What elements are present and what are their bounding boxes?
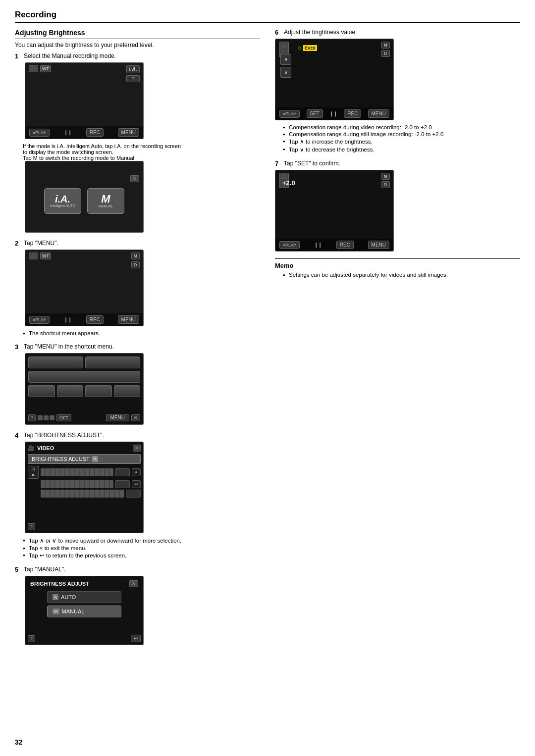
sc-dot-3 xyxy=(50,415,54,420)
menu-right-icon-back: ↩ xyxy=(132,480,141,488)
bval-down-arrow[interactable]: ∨ xyxy=(280,67,291,78)
brightness-adjust-row[interactable]: BRIGHTNESS ADJUST A xyxy=(28,454,141,464)
step-2-bullet-1: The shortcut menu appears. xyxy=(23,330,260,336)
sc-btn-4[interactable] xyxy=(114,385,141,397)
step-5: 5 Tap "MANUAL". BRIGHTNESS ADJUST ✕ A AU… xyxy=(15,566,260,645)
sc-close-btn[interactable]: ✕ xyxy=(131,414,140,421)
sc-off-btn[interactable]: OFF xyxy=(56,414,71,421)
step-4-bullet-3: Tap ↩ to return to the previous screen. xyxy=(23,552,260,559)
rec-separator-1: ❙❙ xyxy=(64,130,72,135)
left-column: Adjusting Brightness You can adjust the … xyxy=(15,29,260,652)
auto-option[interactable]: A AUTO xyxy=(47,591,121,603)
sc-btn-1[interactable] xyxy=(28,385,55,397)
bval-rec-btn[interactable]: REC xyxy=(344,109,361,118)
menu-help-btn[interactable]: ? xyxy=(28,523,35,530)
step-1: 1 Select the Manual recording mode. 🎥 WT… xyxy=(15,52,260,233)
sc-row-2 xyxy=(28,371,140,383)
menu-button-2[interactable]: MENU xyxy=(118,315,139,324)
bval-controls: ∧ ∨ xyxy=(280,54,291,78)
sc-indicators xyxy=(38,415,54,420)
ia-icon: i.A. xyxy=(126,65,140,73)
bval-d-icon: D xyxy=(381,50,390,57)
rval-play-btn[interactable]: «PLAY xyxy=(279,241,300,249)
ia-sub-label: Intelligent AUTO xyxy=(50,204,75,207)
bval-play-btn[interactable]: «PLAY xyxy=(279,110,300,118)
brightness-label: BRIGHTNESS ADJUST xyxy=(32,456,90,462)
ia-mode-button[interactable]: i.A. Intelligent AUTO xyxy=(44,188,81,214)
cam-top-2: 🎥 WT xyxy=(25,250,143,260)
menu-item-bar-2 xyxy=(41,480,113,488)
step-6-bullet-4: Tap ∨ to decrease the brightness. xyxy=(283,146,520,153)
sc-dot-2 xyxy=(44,415,49,420)
memo-bullets: Settings can be adjusted separately for … xyxy=(283,272,520,278)
brightness-value-screen: 🎥 M D ∧ ∨ ◇ EV±0 «PLAY SET ❙❙ xyxy=(275,39,394,120)
menu-close-button[interactable]: ✕ xyxy=(133,445,141,452)
step-5-text: Tap "MANUAL". xyxy=(24,566,66,573)
step-4-text: Tap "BRIGHTNESS ADJUST". xyxy=(24,432,104,439)
menu-left-icon-1: #/■ xyxy=(28,466,39,479)
step-4-number: 4 xyxy=(15,432,22,439)
rec-button-2[interactable]: REC xyxy=(86,315,104,324)
wt-icon-1: WT xyxy=(40,65,51,72)
bright-close-btn[interactable]: ✕ xyxy=(129,580,138,587)
bval-menu-btn[interactable]: MENU xyxy=(368,109,389,118)
sc-btn-wide-2[interactable] xyxy=(85,356,140,368)
sc-btn-full[interactable] xyxy=(28,371,140,383)
menu-screen: 🎥 VIDEO ✕ BRIGHTNESS ADJUST A #/■ ✦ xyxy=(25,442,144,533)
d-icon-2: D xyxy=(131,261,140,268)
rval-m-icon: M xyxy=(381,173,390,180)
bval-bottom: «PLAY SET ❙❙ REC MENU xyxy=(275,107,393,120)
menu-right-icon-star: ✦ xyxy=(132,468,141,476)
step-4: 4 Tap "BRIGHTNESS ADJUST". 🎥 VIDEO ✕ BRI… xyxy=(15,432,260,559)
bval-diamond: ◇ EV±0 xyxy=(298,45,317,50)
sc-help-btn[interactable]: ? xyxy=(28,414,36,421)
cam-right-icons-2: M D xyxy=(131,252,140,268)
video-camera-icon: 🎥 xyxy=(28,445,35,452)
manual-icon: M xyxy=(53,608,59,614)
bval-up-arrow[interactable]: ∧ xyxy=(280,54,291,65)
manual-option[interactable]: M MANUAL xyxy=(47,605,121,617)
rval-bottom: «PLAY ❙❙ REC MENU xyxy=(275,239,393,251)
step-3-number: 3 xyxy=(15,343,22,351)
mode-close-x[interactable]: ✕ xyxy=(130,175,139,182)
page-header: Recording xyxy=(15,10,520,23)
rval-value: +2.0 xyxy=(282,179,295,187)
step-6-bullet-1: Compensation range during video recordin… xyxy=(283,124,520,130)
step-2-text: Tap "MENU". xyxy=(24,240,58,247)
rec-button-1[interactable]: REC xyxy=(86,128,104,137)
menu-button-1[interactable]: MENU xyxy=(118,128,139,137)
menu-top-bar: 🎥 VIDEO ✕ xyxy=(28,445,141,452)
cam-right-icons-1: i.A. D xyxy=(126,65,140,82)
step-6-bullets: Compensation range during video recordin… xyxy=(283,124,520,153)
sc-row-3 xyxy=(28,385,140,397)
step-6-number: 6 xyxy=(275,29,282,36)
step-2-number: 2 xyxy=(15,240,22,247)
menu-bottom: ? xyxy=(28,523,141,530)
play-button-2[interactable]: «PLAY xyxy=(29,316,50,324)
sc-btn-2[interactable] xyxy=(57,385,84,397)
manual-sub-label: MANUAL xyxy=(99,204,113,208)
sc-btn-3[interactable] xyxy=(85,385,112,397)
ia-big-label: i.A. xyxy=(55,194,70,204)
main-content: Adjusting Brightness You can adjust the … xyxy=(15,29,520,652)
sc-menu-button[interactable]: MENU xyxy=(106,414,129,421)
rval-rec-btn[interactable]: REC xyxy=(336,241,354,249)
page-container: Recording Adjusting Brightness You can a… xyxy=(0,0,535,662)
step-6: 6 Adjust the brightness value. 🎥 M D ∧ xyxy=(275,29,520,153)
brightness-screen-title: BRIGHTNESS ADJUST xyxy=(30,581,89,587)
step-6-bullet-2: Compensation range during still image re… xyxy=(283,131,520,137)
sc-btn-wide-1[interactable] xyxy=(28,356,83,368)
rval-menu-btn[interactable]: MENU xyxy=(368,241,389,249)
right-column: 6 Adjust the brightness value. 🎥 M D ∧ xyxy=(275,29,520,652)
bright-back-btn[interactable]: ↩ xyxy=(131,635,141,642)
intro-text: You can adjust the brightness to your pr… xyxy=(15,42,260,49)
step-1-note1: If the mode is i.A. Intelligent Auto, ta… xyxy=(23,143,260,161)
bright-help-btn[interactable]: ? xyxy=(28,635,35,642)
step-1-number: 1 xyxy=(15,52,22,60)
play-button-1[interactable]: «PLAY xyxy=(29,129,50,137)
bval-set-btn[interactable]: SET xyxy=(307,109,323,118)
wt-icon-2: WT xyxy=(40,252,51,259)
sc-bottom: ? OFF MENU ✕ xyxy=(28,414,140,421)
manual-mode-button[interactable]: M MANUAL xyxy=(87,188,124,214)
camera-screen-1: 🎥 WT i.A. D «PLAY ❙❙ REC MENU xyxy=(25,62,144,139)
